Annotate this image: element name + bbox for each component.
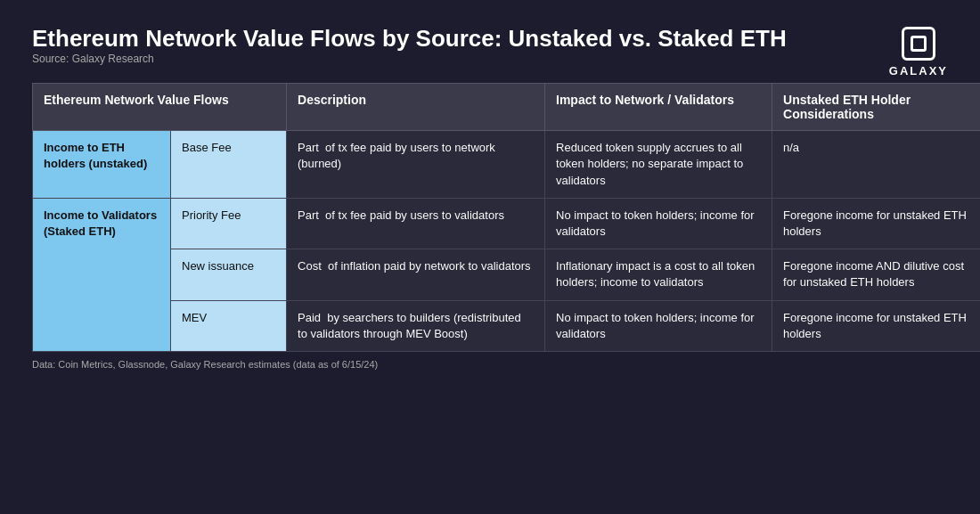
description-base-fee: Part of tx fee paid by users to network … bbox=[287, 131, 545, 199]
impact-mev: No impact to token holders; income for v… bbox=[545, 300, 772, 351]
logo-text: galaxy bbox=[889, 64, 948, 78]
header-row: Ethereum Network Value Flows by Source: … bbox=[32, 25, 948, 78]
source-text: Source: Galaxy Research bbox=[32, 53, 787, 65]
impact-base-fee: Reduced token supply accrues to all toke… bbox=[545, 131, 772, 199]
table-row: Income to Validators (Staked ETH) Priori… bbox=[33, 198, 981, 249]
logo-icon bbox=[902, 27, 935, 61]
description-mev: Paid by searchers to builders (redistrib… bbox=[287, 300, 545, 351]
logo-icon-inner bbox=[911, 36, 927, 52]
group-label-staked: Income to Validators (Staked ETH) bbox=[33, 198, 171, 351]
impact-priority-fee: No impact to token holders; income for v… bbox=[545, 198, 772, 249]
col-header-description: Description bbox=[287, 84, 545, 131]
logo-area: galaxy bbox=[889, 27, 948, 78]
group-label-unstaked: Income to ETH holders (unstaked) bbox=[33, 131, 171, 199]
title-block: Ethereum Network Value Flows by Source: … bbox=[32, 25, 787, 78]
table-row: Income to ETH holders (unstaked) Base Fe… bbox=[33, 131, 981, 199]
considerations-priority-fee: Foregone income for unstaked ETH holders bbox=[772, 198, 980, 249]
col-header-impact: Impact to Network / Validators bbox=[545, 84, 772, 131]
page-title: Ethereum Network Value Flows by Source: … bbox=[32, 25, 787, 53]
description-priority-fee: Part of tx fee paid by users to validato… bbox=[287, 198, 545, 249]
table-row: MEV Paid by searchers to builders (redis… bbox=[33, 300, 981, 351]
page-container: Ethereum Network Value Flows by Source: … bbox=[0, 0, 980, 514]
considerations-base-fee: n/a bbox=[772, 131, 980, 199]
sub-label-new-issuance: New issuance bbox=[171, 249, 287, 300]
col-header-flows: Ethereum Network Value Flows bbox=[33, 84, 287, 131]
main-table: Ethereum Network Value Flows Description… bbox=[32, 83, 980, 352]
table-row: New issuance Cost of inflation paid by n… bbox=[33, 249, 981, 300]
sub-label-priority-fee: Priority Fee bbox=[171, 198, 287, 249]
sub-label-mev: MEV bbox=[171, 300, 287, 351]
table-header-row: Ethereum Network Value Flows Description… bbox=[33, 84, 981, 131]
sub-label-base-fee: Base Fee bbox=[171, 131, 287, 199]
impact-new-issuance: Inflationary impact is a cost to all tok… bbox=[545, 249, 772, 300]
considerations-mev: Foregone income for unstaked ETH holders bbox=[772, 300, 980, 351]
footer-note: Data: Coin Metrics, Glassnode, Galaxy Re… bbox=[32, 359, 948, 370]
considerations-new-issuance: Foregone income AND dilutive cost for un… bbox=[772, 249, 980, 300]
description-new-issuance: Cost of inflation paid by network to val… bbox=[287, 249, 545, 300]
col-header-considerations: Unstaked ETH Holder Considerations bbox=[772, 84, 980, 131]
